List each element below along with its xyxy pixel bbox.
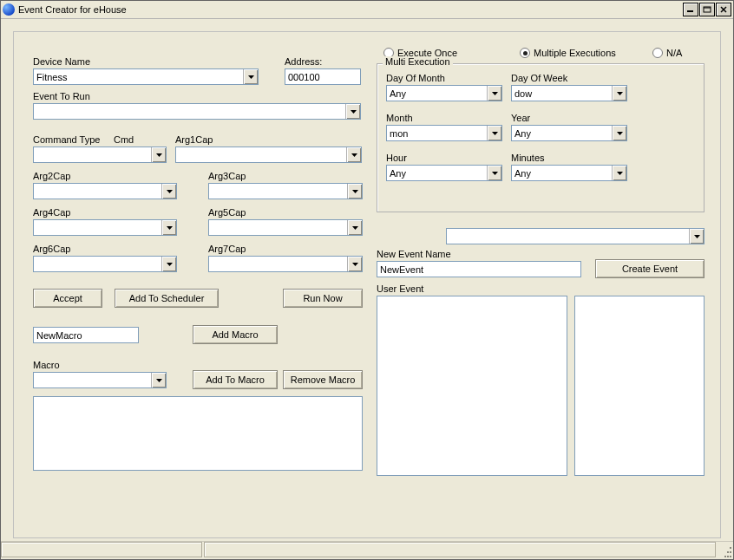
statusbar <box>1 541 733 559</box>
add-to-scheduler-button[interactable]: Add To Scheduler <box>115 289 219 308</box>
device-name-label: Device Name <box>33 56 90 67</box>
arg6-combo[interactable] <box>33 256 177 272</box>
user-event-listbox[interactable] <box>377 296 567 476</box>
minutes-value: Any <box>512 168 612 179</box>
status-cell-2 <box>204 542 716 557</box>
chevron-down-icon[interactable] <box>612 166 626 180</box>
add-macro-button[interactable]: Add Macro <box>193 325 278 344</box>
day-of-month-label: Day Of Month <box>386 73 445 83</box>
svg-marker-14 <box>352 263 358 266</box>
month-value: mon <box>387 128 487 139</box>
chevron-down-icon[interactable] <box>345 104 360 119</box>
chevron-down-icon[interactable] <box>347 184 362 199</box>
chevron-down-icon[interactable] <box>487 126 501 140</box>
new-event-name-field[interactable] <box>377 262 580 277</box>
address-label: Address: <box>285 56 322 67</box>
maximize-button[interactable] <box>699 3 715 16</box>
arg2-label: Arg2Cap <box>33 171 70 181</box>
year-value: Any <box>512 128 612 139</box>
svg-marker-11 <box>167 226 173 230</box>
device-name-combo[interactable]: Fitness <box>33 68 259 85</box>
arg7-label: Arg7Cap <box>208 244 246 254</box>
create-event-button[interactable]: Create Event <box>595 259 705 278</box>
hour-label: Hour <box>386 153 407 163</box>
arg4-label: Arg4Cap <box>33 207 70 218</box>
chevron-down-icon[interactable] <box>612 126 626 140</box>
app-window: Event Creator for eHouse Device Name Fit… <box>0 0 734 560</box>
macro-listbox[interactable] <box>33 396 363 471</box>
chevron-down-icon[interactable] <box>347 257 362 271</box>
chevron-down-icon[interactable] <box>347 220 362 235</box>
day-of-month-combo[interactable]: Any <box>386 85 502 101</box>
device-name-value: Fitness <box>34 72 243 82</box>
event-to-run-combo[interactable] <box>33 103 361 120</box>
day-of-month-value: Any <box>387 88 487 99</box>
command-type-combo[interactable] <box>33 147 167 163</box>
chevron-down-icon[interactable] <box>346 147 361 162</box>
minutes-combo[interactable]: Any <box>511 165 627 181</box>
address-field[interactable] <box>285 69 360 84</box>
event-to-run-label: Event To Run <box>33 91 90 101</box>
arg7-combo[interactable] <box>208 256 363 272</box>
svg-marker-22 <box>694 235 700 238</box>
chevron-down-icon[interactable] <box>689 229 704 244</box>
chevron-down-icon[interactable] <box>161 184 176 199</box>
run-now-button[interactable]: Run Now <box>283 289 363 308</box>
svg-marker-8 <box>351 153 357 157</box>
new-event-name-label: New Event Name <box>377 249 451 259</box>
remove-macro-button[interactable]: Remove Macro <box>283 370 363 389</box>
app-icon <box>3 3 15 16</box>
svg-marker-20 <box>492 172 498 175</box>
chevron-down-icon[interactable] <box>487 166 501 180</box>
svg-marker-13 <box>167 263 173 266</box>
day-of-week-value: dow <box>512 88 612 99</box>
macro-combo[interactable] <box>33 372 167 388</box>
year-combo[interactable]: Any <box>511 125 627 141</box>
arg5-combo[interactable] <box>208 219 363 236</box>
arg5-label: Arg5Cap <box>208 207 246 218</box>
new-macro-input[interactable] <box>33 327 139 343</box>
svg-marker-7 <box>156 153 162 157</box>
multiple-executions-radio[interactable]: Multiple Executions <box>520 48 616 58</box>
status-cell-1 <box>1 542 202 557</box>
new-macro-field[interactable] <box>34 328 138 342</box>
multi-execution-caption: Multi Execution <box>383 56 453 67</box>
arg2-combo[interactable] <box>33 183 177 199</box>
new-event-name-input[interactable] <box>377 261 581 277</box>
window-title: Event Creator for eHouse <box>18 4 682 15</box>
svg-marker-12 <box>352 226 358 230</box>
day-of-week-label: Day Of Week <box>511 73 567 83</box>
chevron-down-icon[interactable] <box>151 373 166 387</box>
arg4-combo[interactable] <box>33 219 177 236</box>
multiple-executions-label: Multiple Executions <box>534 48 616 58</box>
cmd-label: Cmd <box>114 134 134 145</box>
hour-combo[interactable]: Any <box>386 165 502 181</box>
na-radio[interactable]: N/A <box>652 48 682 58</box>
multi-execution-group: Multi Execution Day Of Month Any Day Of … <box>377 63 705 212</box>
chevron-down-icon[interactable] <box>243 69 258 84</box>
month-label: Month <box>386 113 413 123</box>
chevron-down-icon[interactable] <box>151 147 166 162</box>
close-button[interactable] <box>716 3 731 16</box>
chevron-down-icon[interactable] <box>487 86 501 101</box>
address-input[interactable] <box>285 68 361 85</box>
minimize-button[interactable] <box>683 3 698 16</box>
user-event-label: User Event <box>377 283 423 294</box>
chevron-down-icon[interactable] <box>612 86 626 101</box>
svg-marker-19 <box>617 132 623 135</box>
day-of-week-combo[interactable]: dow <box>511 85 627 101</box>
svg-marker-9 <box>167 190 173 193</box>
month-combo[interactable]: mon <box>386 125 502 141</box>
user-event-detail-listbox[interactable] <box>574 296 705 476</box>
chevron-down-icon[interactable] <box>161 220 176 235</box>
accept-button[interactable]: Accept <box>33 289 102 308</box>
resize-grip-icon[interactable] <box>718 542 733 559</box>
svg-marker-16 <box>492 92 498 95</box>
arg3-combo[interactable] <box>208 183 363 199</box>
arg1-combo[interactable] <box>175 147 362 163</box>
titlebar[interactable]: Event Creator for eHouse <box>1 1 733 19</box>
radio-icon <box>652 48 663 58</box>
extra-combo[interactable] <box>446 228 705 244</box>
add-to-macro-button[interactable]: Add To Macro <box>193 370 278 389</box>
chevron-down-icon[interactable] <box>161 257 176 271</box>
